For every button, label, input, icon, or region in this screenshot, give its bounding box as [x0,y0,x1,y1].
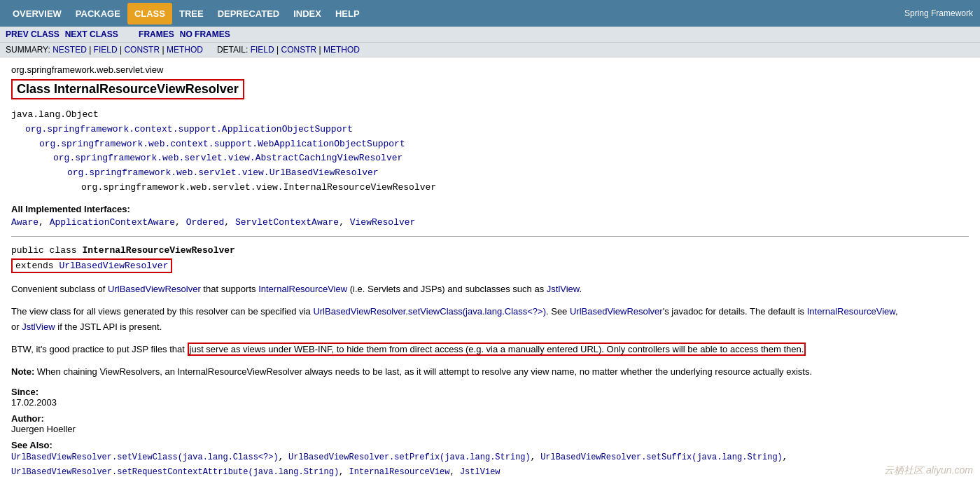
desc2-internalresource-link[interactable]: InternalResourceView [807,306,895,317]
nav-index[interactable]: INDEX [286,3,328,25]
hierarchy-l1-link[interactable]: org.springframework.context.support.Appl… [25,124,353,134]
seealso-section: See Also: UrlBasedViewResolver.setViewCl… [11,440,969,479]
detail-method[interactable]: METHOD [323,45,360,55]
brand-label: Spring Framework [904,8,973,18]
package-name: org.springframework.web.servlet.view [11,64,969,75]
extends-line: extends UrlBasedViewResolver [11,258,172,273]
hierarchy-l5: org.springframework.web.servlet.view.Int… [11,181,969,195]
summary-nested[interactable]: NESTED [52,45,87,55]
iface-viewresolver[interactable]: ViewResolver [350,217,416,228]
no-frames-link[interactable]: NO FRAMES [180,29,230,39]
note-text: Note: When chaining ViewResolvers, an In… [11,364,969,380]
prev-class-link[interactable]: PREV CLASS [6,29,59,39]
summary-text: SUMMARY: NESTED | FIELD | CONSTR | METHO… [6,45,360,55]
hierarchy-l2-link[interactable]: org.springframework.web.context.support.… [39,139,405,149]
seealso-setviewclass[interactable]: UrlBasedViewResolver.setViewClass(java.l… [11,452,279,462]
extends-keyword: extends [15,261,59,271]
since-value: 17.02.2003 [11,397,969,408]
desc2-urlbased-link[interactable]: UrlBasedViewResolver [570,306,663,317]
hierarchy-l4: org.springframework.web.servlet.view.Url… [11,166,969,181]
description-2: The view class for all views generated b… [11,304,969,335]
author-value: Juergen Hoeller [11,424,969,434]
description-1: Convenient subclass of UrlBasedViewResol… [11,282,969,297]
declaration-public: public class [11,245,82,256]
since-section: Since: 17.02.2003 [11,387,969,408]
seealso-setrequestctx[interactable]: UrlBasedViewResolver.setRequestContextAt… [11,467,339,477]
summary-bar: SUMMARY: NESTED | FIELD | CONSTR | METHO… [0,43,980,57]
seealso-jstlview[interactable]: JstlView [460,467,500,477]
nav-overview[interactable]: OVERVIEW [6,3,69,25]
hierarchy-l3: org.springframework.web.servlet.view.Abs… [11,151,969,166]
seealso-label: See Also: [11,440,969,450]
desc2-setviewclass-link[interactable]: UrlBasedViewResolver.setViewClass(java.l… [313,306,546,317]
iface-appctxaware[interactable]: ApplicationContextAware [50,217,175,228]
frames-link[interactable]: FRAMES [139,29,174,39]
main-content: org.springframework.web.servlet.view Cla… [0,57,980,491]
seealso-setprefix[interactable]: UrlBasedViewResolver.setPrefix(java.lang… [288,452,531,462]
class-hierarchy: java.lang.Object org.springframework.con… [11,108,969,195]
desc1-urlbased-link[interactable]: UrlBasedViewResolver [108,284,201,294]
detail-constr[interactable]: CONSTR [281,45,317,55]
note-label: Note: [11,366,34,377]
divider-1 [11,236,969,237]
since-label: Since: [11,387,969,397]
interfaces-label: All Implemented Interfaces: [11,204,969,214]
author-label: Author: [11,413,969,424]
summary-field[interactable]: FIELD [94,45,118,55]
summary-method[interactable]: METHOD [167,45,203,55]
next-class-link[interactable]: NEXT CLASS [65,29,118,39]
iface-aware[interactable]: Aware [11,217,38,228]
detail-field[interactable]: FIELD [251,45,274,55]
seealso-links: UrlBasedViewResolver.setViewClass(java.l… [11,450,969,479]
hierarchy-l0: java.lang.Object [11,108,969,123]
hierarchy-l2: org.springframework.web.context.support.… [11,137,969,152]
interfaces-list: Aware, ApplicationContextAware, Ordered,… [11,217,969,228]
class-title: Class InternalResourceViewResolver [11,79,244,99]
hierarchy-l1: org.springframework.context.support.Appl… [11,123,969,137]
seealso-internalresource[interactable]: InternalResourceView [349,467,449,477]
top-navbar: OVERVIEW PACKAGE CLASS TREE DEPRECATED I… [0,0,980,27]
nav-deprecated[interactable]: DEPRECATED [211,3,287,25]
extends-link[interactable]: UrlBasedViewResolver [59,261,168,271]
summary-constr[interactable]: CONSTR [124,45,160,55]
description-3: BTW, it's good practice to put JSP files… [11,342,969,357]
hierarchy-l3-link[interactable]: org.springframework.web.servlet.view.Abs… [53,153,402,163]
highlight-text: just serve as views under WEB-INF, to hi… [188,343,806,356]
desc2-jstlview-link[interactable]: JstlView [22,321,55,332]
desc1-internalresource-link[interactable]: InternalResourceView [258,284,347,294]
sub-navbar: PREV CLASS NEXT CLASS FRAMES NO FRAMES [0,27,980,43]
nav-package[interactable]: PACKAGE [69,3,127,25]
desc1-jstlview-link[interactable]: JstlView [547,284,580,294]
nav-class[interactable]: CLASS [127,3,172,25]
iface-servletctxaware[interactable]: ServletContextAware [235,217,339,228]
nav-tree[interactable]: TREE [172,3,211,25]
class-declaration: public class InternalResourceViewResolve… [11,245,969,256]
declaration-classname: InternalResourceViewResolver [82,245,234,256]
interfaces-section: All Implemented Interfaces: Aware, Appli… [11,204,969,228]
seealso-setsuffix[interactable]: UrlBasedViewResolver.setSuffix(java.lang… [540,452,783,462]
iface-ordered[interactable]: Ordered [186,217,225,228]
hierarchy-l4-link[interactable]: org.springframework.web.servlet.view.Url… [67,167,379,178]
nav-help[interactable]: HELP [328,3,367,25]
author-section: Author: Juergen Hoeller [11,413,969,434]
